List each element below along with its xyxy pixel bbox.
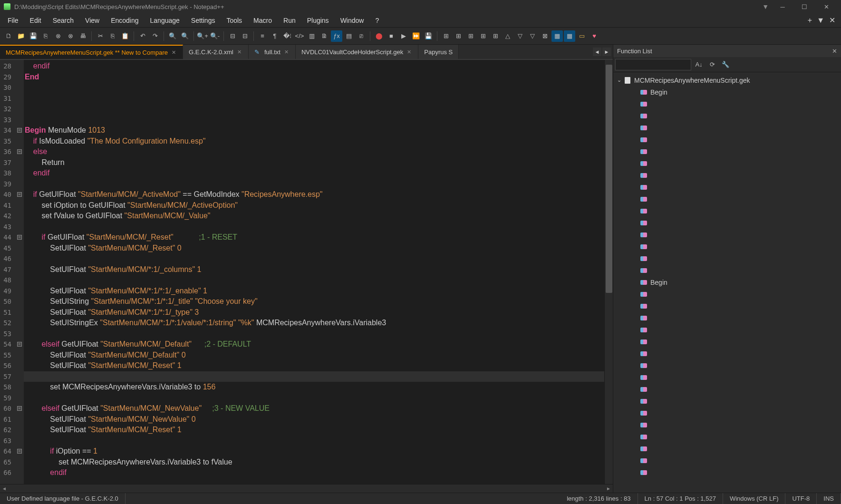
nav-end-icon[interactable]: ▽ [527,30,538,42]
record-icon[interactable]: ⬤ [373,30,385,42]
function-tree-item[interactable] [613,193,841,205]
tab-next-button[interactable]: ► [602,48,611,56]
function-tree-file[interactable]: ⌄MCMRecipesAnywhereMenuScript.gek [613,74,841,86]
compare-1-icon[interactable]: ⊞ [440,30,452,42]
scroll-right-button[interactable]: ► [604,485,613,493]
function-tree-item[interactable] [613,443,841,455]
compare-4-icon[interactable]: ⊞ [477,30,489,42]
doclist-icon[interactable]: 🗎 [319,30,330,42]
function-tree-item[interactable] [613,229,841,241]
copy-icon[interactable]: ⎘ [107,30,118,42]
menu-?[interactable]: ? [369,15,385,26]
menu-file[interactable]: File [2,15,24,26]
close-all-icon[interactable]: ⊗ [65,30,76,42]
reload-icon[interactable]: ⟳ [706,59,718,70]
editor[interactable]: 2829303132333435363738394041424344454647… [0,60,613,484]
clear-icon[interactable]: ⊠ [539,30,551,42]
code-line[interactable]: set MCMRecipesAnywhereVars.iVariable3 to… [24,457,604,468]
tab-prev-button[interactable]: ◄ [593,48,601,56]
close-file-icon[interactable]: ⊗ [52,30,64,42]
funclist-icon[interactable]: ƒx [331,30,342,42]
function-tree-item[interactable] [613,466,841,478]
function-list-close-button[interactable]: ✕ [832,48,837,55]
code-line[interactable] [24,115,604,126]
folder-panel-icon[interactable]: ▤ [343,30,355,42]
code-line[interactable] [24,179,604,190]
function-tree-item[interactable] [613,169,841,181]
down-arrow-icon[interactable]: ▼ [762,3,769,10]
menu-macro[interactable]: Macro [248,15,278,26]
tab-close-button[interactable]: ✕ [236,48,242,56]
code-line[interactable] [24,104,604,115]
menu-plugins[interactable]: Plugins [301,15,335,26]
save-icon[interactable]: 💾 [28,30,39,42]
menu-language[interactable]: Language [145,15,185,26]
function-tree-item[interactable] [613,371,841,383]
menu-window[interactable]: Window [335,15,370,26]
function-tree-item[interactable] [613,98,841,110]
code-line[interactable]: set MCMRecipesAnywhereVars.iVariable3 to… [24,382,604,393]
compare-3-icon[interactable]: ⊞ [465,30,476,42]
menu-view[interactable]: View [79,15,105,26]
code-line[interactable]: if GetUIFloat "StartMenu/MCM/_ActiveMod"… [24,189,604,200]
code-line[interactable]: SetUIFloat "StartMenu/MCM/*:1/*:1/_enabl… [24,286,604,297]
replace-icon[interactable]: 🔍 [179,30,191,42]
code-line[interactable] [24,436,604,446]
code-line[interactable] [24,275,604,286]
zoom-out-icon[interactable]: 🔍- [209,30,221,42]
function-tree-item[interactable] [613,134,841,145]
code-line[interactable] [24,393,604,404]
code-line[interactable]: else [24,146,604,157]
code-line[interactable]: SetUIFloat "StartMenu/MCM/_Default" 0 [24,350,604,361]
code-line[interactable]: if GetUIFloat "StartMenu/MCM/_Reset" ;1 … [24,232,604,243]
code-line[interactable]: elseif GetUIFloat "StartMenu/MCM/_NewVal… [24,403,604,414]
function-tree-item[interactable] [613,145,841,157]
menu-search[interactable]: Search [47,15,79,26]
code-line[interactable]: if iOption == 1 [24,446,604,457]
function-tree-item[interactable] [613,288,841,300]
highlight-1-icon[interactable]: ▦ [551,30,563,42]
nav-down-icon[interactable]: ▽ [514,30,526,42]
menu-encoding[interactable]: Encoding [105,15,144,26]
function-tree-item[interactable] [613,205,841,217]
code-line[interactable]: endif [24,61,604,72]
function-search-input[interactable] [615,59,691,70]
fold-marker[interactable]: − [15,146,24,157]
function-tree-item[interactable] [613,312,841,324]
nav-up-icon[interactable]: △ [502,30,513,42]
code-line[interactable]: endif [24,168,604,179]
function-tree-item[interactable] [613,181,841,193]
code-line[interactable]: if IsModLoaded "The Mod Configuration Me… [24,136,604,147]
function-tree-item[interactable] [613,336,841,348]
close-button[interactable]: ✕ [815,0,837,13]
tab-close-button[interactable]: ✕ [406,48,412,56]
function-tree-item[interactable] [613,383,841,395]
lang-icon[interactable]: </> [294,30,305,42]
compare-2-icon[interactable]: ⊞ [453,30,464,42]
menu-run[interactable]: Run [278,15,301,26]
code-line[interactable]: SetUIFloat "StartMenu/MCM/_Reset" 0 [24,243,604,254]
code-line[interactable]: elseif GetUIFloat "StartMenu/MCM/_Defaul… [24,339,604,350]
function-tree-item[interactable] [613,157,841,169]
menu-dropdown-icon[interactable]: ▼ [817,16,824,25]
horizontal-scrollbar[interactable]: ◄ ► [0,484,613,493]
menu-plus-icon[interactable]: + [808,16,812,25]
function-tree-item[interactable] [613,300,841,312]
heart-icon[interactable]: ♥ [589,30,600,42]
highlight-2-icon[interactable]: ▦ [564,30,575,42]
fold-marker[interactable]: − [15,232,24,243]
function-tree-item[interactable] [613,110,841,122]
undo-icon[interactable]: ↶ [137,30,148,42]
open-file-icon[interactable]: 📁 [15,30,27,42]
tab-close-button[interactable]: ✕ [171,48,177,57]
cut-icon[interactable]: ✂ [95,30,106,42]
function-tree-item[interactable]: Begin [613,276,841,288]
function-tree-item[interactable] [613,252,841,264]
new-file-icon[interactable]: 🗋 [3,30,14,42]
menu-settings[interactable]: Settings [185,15,221,26]
code-line[interactable] [24,82,604,93]
fold-marker[interactable]: − [15,189,24,200]
code-line[interactable] [24,222,604,233]
save-all-icon[interactable]: ⎘ [40,30,51,42]
code-line[interactable]: SetUIString "StartMenu/MCM/*:1/*:1/_titl… [24,296,604,307]
